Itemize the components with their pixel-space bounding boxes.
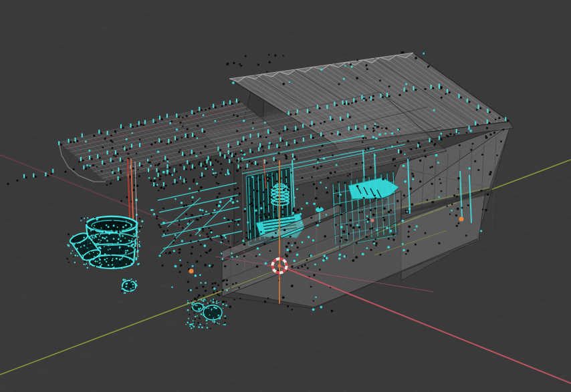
- pot-stack-speckle[interactable]: [120, 252, 122, 254]
- selected-vertex-row[interactable]: [132, 126, 134, 128]
- right-wall-vertices[interactable]: [438, 196, 440, 198]
- pot-stack-speckle[interactable]: [108, 245, 109, 246]
- right-wall-vertices[interactable]: [458, 222, 460, 224]
- front-lower-vertices[interactable]: [180, 264, 183, 267]
- interior-vertices[interactable]: [326, 191, 328, 194]
- pot-stack-speckle[interactable]: [100, 218, 102, 220]
- dense-rack-speckle[interactable]: [275, 180, 277, 182]
- pot-stack-speckle[interactable]: [94, 217, 96, 218]
- selected-vertex-row[interactable]: [7, 183, 9, 185]
- left-room-vertices[interactable]: [232, 201, 235, 204]
- right-edge-vertices[interactable]: [431, 201, 434, 204]
- selected-vertex-row[interactable]: [231, 162, 233, 164]
- pot-stack-speckle[interactable]: [104, 232, 105, 233]
- selected-vertex-row[interactable]: [203, 175, 205, 177]
- pot-stack-speckle[interactable]: [112, 264, 113, 265]
- leaning-pot-speckle[interactable]: [97, 261, 98, 262]
- left-room-vertices[interactable]: [223, 234, 225, 236]
- dense-rack-speckle[interactable]: [256, 176, 257, 177]
- small-pot-speckle[interactable]: [126, 282, 128, 284]
- spiky-plant-speckle[interactable]: [193, 323, 194, 324]
- left-room-vertices[interactable]: [166, 170, 169, 172]
- spiky-plant-speckle[interactable]: [206, 319, 208, 321]
- left-room-vertices[interactable]: [200, 186, 203, 189]
- interior-vertices[interactable]: [407, 250, 409, 252]
- selected-vertex-row[interactable]: [119, 179, 121, 181]
- interior-vertices[interactable]: [392, 238, 395, 241]
- pot-stack-speckle[interactable]: [133, 233, 134, 234]
- left-room-vertices[interactable]: [198, 190, 200, 192]
- leaning-pot-speckle[interactable]: [75, 254, 77, 256]
- spiky-plant-speckle[interactable]: [196, 325, 197, 326]
- pot-stack-speckle[interactable]: [138, 256, 139, 257]
- right-edge-vertices[interactable]: [441, 190, 443, 192]
- awning-vertices[interactable]: [214, 120, 216, 122]
- pot-stack-speckle[interactable]: [108, 232, 110, 234]
- left-room-vertices[interactable]: [219, 192, 221, 194]
- awning-vertices[interactable]: [267, 132, 269, 134]
- spiky-plant-speckle[interactable]: [223, 308, 224, 309]
- small-pot-speckle[interactable]: [130, 280, 132, 282]
- right-wall-vertices[interactable]: [474, 160, 476, 162]
- pot-stack-speckle[interactable]: [126, 253, 128, 254]
- selected-vertex-row[interactable]: [159, 175, 161, 177]
- front-lower-vertices[interactable]: [287, 305, 289, 307]
- pot-stack-speckle[interactable]: [95, 241, 97, 243]
- selected-vertex-row[interactable]: [225, 104, 227, 106]
- selected-vertex-row[interactable]: [47, 174, 49, 176]
- left-room-vertices[interactable]: [175, 198, 177, 200]
- awning-vertices[interactable]: [111, 170, 113, 172]
- small-pot-speckle[interactable]: [126, 286, 128, 288]
- interior-vertices[interactable]: [409, 188, 412, 190]
- front-lower-vertices[interactable]: [229, 306, 232, 309]
- awning-vertices[interactable]: [251, 142, 253, 144]
- dense-rack-speckle[interactable]: [251, 202, 253, 204]
- left-room-vertices[interactable]: [207, 236, 209, 238]
- interior-vertices[interactable]: [263, 150, 265, 152]
- selected-vertex-row[interactable]: [217, 160, 219, 162]
- ridge-vertices[interactable]: [356, 77, 358, 79]
- selected-vertex-row[interactable]: [308, 111, 310, 113]
- spiky-plant-speckle[interactable]: [225, 301, 227, 303]
- ridge-vertices[interactable]: [320, 69, 322, 71]
- left-room-vertices[interactable]: [159, 178, 162, 181]
- interior-vertices[interactable]: [321, 145, 323, 147]
- interior-vertices[interactable]: [315, 197, 318, 200]
- leaning-pot-speckle[interactable]: [99, 258, 101, 260]
- interior-vertices[interactable]: [415, 244, 417, 246]
- front-lower-vertices[interactable]: [313, 274, 316, 276]
- pot-stack-speckle[interactable]: [122, 235, 124, 237]
- awning-vertices[interactable]: [137, 169, 138, 170]
- interior-vertices[interactable]: [302, 194, 304, 196]
- interior-vertices[interactable]: [313, 203, 316, 206]
- interior-vertices[interactable]: [268, 203, 270, 205]
- selected-vertex-row[interactable]: [182, 182, 184, 184]
- selected-vertex-row[interactable]: [154, 122, 156, 124]
- pot-stack-speckle[interactable]: [84, 218, 85, 219]
- left-room-vertices[interactable]: [202, 214, 204, 216]
- front-lower-vertices[interactable]: [221, 252, 223, 254]
- interior-vertices[interactable]: [256, 265, 259, 268]
- selected-vertex-row[interactable]: [357, 128, 359, 130]
- pot-stack-speckle[interactable]: [117, 226, 118, 228]
- spiky-plant-speckle[interactable]: [218, 315, 220, 317]
- spiky-plant-speckle[interactable]: [212, 321, 213, 323]
- pot-stack-speckle[interactable]: [81, 217, 83, 219]
- pot-stack-speckle[interactable]: [125, 252, 127, 254]
- selected-vertex-row[interactable]: [100, 132, 102, 134]
- spiky-plant-speckle[interactable]: [195, 319, 196, 320]
- interior-vertices[interactable]: [362, 162, 364, 164]
- ridge-vertices[interactable]: [266, 71, 267, 72]
- leaning-pot-speckle[interactable]: [91, 258, 93, 260]
- small-pot-speckle[interactable]: [129, 290, 130, 292]
- selected-vertex-row[interactable]: [64, 170, 66, 172]
- interior-vertices[interactable]: [339, 240, 341, 242]
- selected-vertex-row[interactable]: [99, 157, 101, 159]
- dense-rack-speckle[interactable]: [253, 190, 254, 191]
- small-pot-speckle[interactable]: [130, 288, 132, 290]
- spiky-plant-speckle[interactable]: [203, 299, 205, 300]
- selected-vertex-row[interactable]: [278, 132, 280, 134]
- vertex-row-roof-edge[interactable]: [495, 119, 497, 121]
- selected-vertex-row[interactable]: [215, 106, 217, 108]
- pot-stack-speckle[interactable]: [113, 260, 114, 262]
